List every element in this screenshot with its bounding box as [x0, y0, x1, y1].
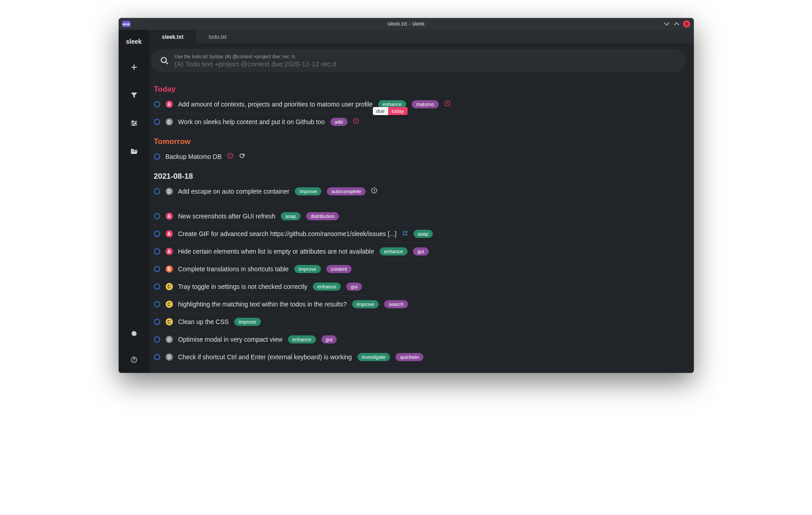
tag[interactable]: distribution: [306, 212, 339, 220]
todo-row[interactable]: CClean up the CSSimprove: [154, 313, 679, 331]
tag[interactable]: gui: [321, 335, 337, 343]
todo-checkbox[interactable]: [154, 188, 160, 195]
search-input[interactable]: Use the todo.txt Syntax (A) @context +pr…: [151, 49, 686, 72]
view-settings-button[interactable]: [119, 109, 149, 137]
due-tooltip: duetoday: [373, 107, 408, 115]
svg-point-4: [134, 361, 134, 361]
todo-checkbox[interactable]: [154, 301, 160, 307]
todo-checkbox[interactable]: [154, 319, 160, 325]
titlebar: sleek sleek.txt - sleek: [119, 18, 694, 30]
todo-checkbox[interactable]: [154, 231, 160, 237]
todo-checkbox[interactable]: [154, 101, 160, 107]
file-tab[interactable]: sleek.txt: [149, 30, 196, 44]
todo-checkbox[interactable]: [154, 248, 160, 255]
todo-checkbox[interactable]: [154, 153, 160, 160]
recurrence-icon: [239, 153, 245, 161]
app-window: sleek sleek.txt - sleek sleek: [119, 18, 694, 373]
todo-row[interactable]: DOptimise modal in very compact viewenha…: [154, 331, 679, 348]
tag[interactable]: enhance: [288, 335, 316, 343]
todo-text: Backup Matomo DB: [166, 153, 222, 160]
todo-row[interactable]: AAdd amount of contexts, projects and pr…: [154, 96, 679, 113]
minimize-button[interactable]: [663, 20, 670, 28]
due-icon: [444, 100, 450, 108]
todo-row[interactable]: BComplete translations in shortcuts tabl…: [154, 260, 679, 278]
todo-row[interactable]: ANew screenshots after GUI refreshasapdi…: [154, 208, 679, 225]
search-hint: Use the todo.txt Syntax (A) @context +pr…: [175, 54, 336, 59]
svg-point-0: [132, 121, 133, 122]
main-panel: sleek.txttodo.txt Use the todo.txt Synta…: [149, 30, 694, 373]
tag[interactable]: asap: [281, 212, 301, 220]
filter-button[interactable]: [119, 81, 149, 109]
todo-checkbox[interactable]: [154, 213, 160, 219]
priority-badge: C: [166, 301, 173, 308]
due-value: today: [388, 107, 408, 115]
todo-text: Check if shortcut Ctrl and Enter (extern…: [178, 353, 352, 361]
svg-point-2: [133, 124, 134, 125]
todo-row[interactable]: DAdd escape on auto complete containerim…: [154, 183, 679, 200]
tag[interactable]: search: [384, 300, 408, 308]
todo-row[interactable]: AHide certain elements when list is empt…: [154, 243, 679, 260]
todo-text: Work on sleeks help content and put it o…: [178, 118, 325, 125]
due-icon: [371, 187, 377, 195]
tag[interactable]: autocomplete: [327, 187, 366, 195]
todo-checkbox[interactable]: [154, 283, 160, 290]
todo-checkbox[interactable]: [154, 336, 160, 343]
open-file-button[interactable]: [119, 137, 149, 165]
todo-text: New screenshots after GUI refresh: [178, 213, 276, 220]
help-button[interactable]: [119, 347, 149, 373]
search-placeholder: (A) Todo text +project @context due:2020…: [175, 60, 336, 68]
todo-checkbox[interactable]: [154, 354, 160, 360]
external-link-icon[interactable]: [402, 230, 408, 238]
tag[interactable]: gui: [346, 283, 362, 291]
app-icon: sleek: [122, 21, 130, 27]
todo-row[interactable]: ACreate GIF for advanced search https://…: [154, 225, 679, 243]
todo-row[interactable]: Backup Matomo DB: [154, 148, 679, 166]
todo-checkbox[interactable]: [154, 119, 160, 125]
todo-row[interactable]: CTray toggle in settings is not checked …: [154, 278, 679, 296]
group-header: Today: [154, 85, 679, 94]
todo-row[interactable]: duetodayDWork on sleeks help content and…: [154, 113, 679, 131]
tag[interactable]: enhance: [380, 247, 408, 255]
todo-checkbox[interactable]: [154, 266, 160, 272]
app-logo: sleek: [119, 30, 149, 53]
todo-list[interactable]: TodayAAdd amount of contexts, projects a…: [149, 77, 694, 373]
file-tab[interactable]: todo.txt: [196, 30, 239, 44]
tag[interactable]: gui: [413, 247, 429, 255]
tag[interactable]: enhance: [313, 283, 341, 291]
add-todo-button[interactable]: [119, 53, 149, 81]
todo-text: Complete translations in shortcuts table: [178, 265, 289, 273]
todo-text: Clean up the CSS: [178, 318, 229, 325]
todo-row[interactable]: DCheck if shortcut Ctrl and Enter (exter…: [154, 348, 679, 366]
tag[interactable]: quickwin: [395, 353, 423, 361]
priority-badge: D: [166, 118, 173, 125]
tag[interactable]: improve: [294, 265, 321, 273]
todo-text: Optimise modal in very compact view: [178, 336, 283, 343]
sidebar: sleek: [119, 30, 149, 373]
tag[interactable]: improve: [352, 300, 379, 308]
tag[interactable]: wiki: [330, 118, 348, 126]
tag[interactable]: asap: [413, 230, 433, 238]
todo-text: Tray toggle in settings is not checked c…: [178, 283, 308, 290]
due-icon: [227, 153, 233, 161]
priority-badge: A: [166, 230, 173, 237]
tag[interactable]: content: [326, 265, 352, 273]
tag[interactable]: improve: [234, 318, 261, 326]
priority-badge: C: [166, 318, 173, 325]
group-header: Tomorrow: [154, 137, 679, 146]
file-tabs: sleek.txttodo.txt: [149, 30, 694, 44]
tag[interactable]: improve: [295, 187, 321, 195]
group-header: 2021-08-18: [154, 172, 679, 181]
close-button[interactable]: [683, 20, 690, 28]
tag[interactable]: matomo: [412, 100, 439, 108]
todo-text: highlighting the matching text within th…: [178, 301, 347, 308]
search-icon: [160, 56, 168, 65]
settings-button[interactable]: [119, 320, 149, 347]
todo-row[interactable]: Chighlighting the matching text within t…: [154, 296, 679, 313]
tag[interactable]: investigate: [357, 353, 390, 361]
due-label: due: [373, 107, 388, 115]
window-title: sleek.txt - sleek: [387, 21, 425, 27]
maximize-button[interactable]: [673, 20, 680, 28]
priority-badge: D: [166, 336, 173, 343]
priority-badge: D: [166, 353, 173, 361]
priority-badge: A: [166, 248, 173, 255]
